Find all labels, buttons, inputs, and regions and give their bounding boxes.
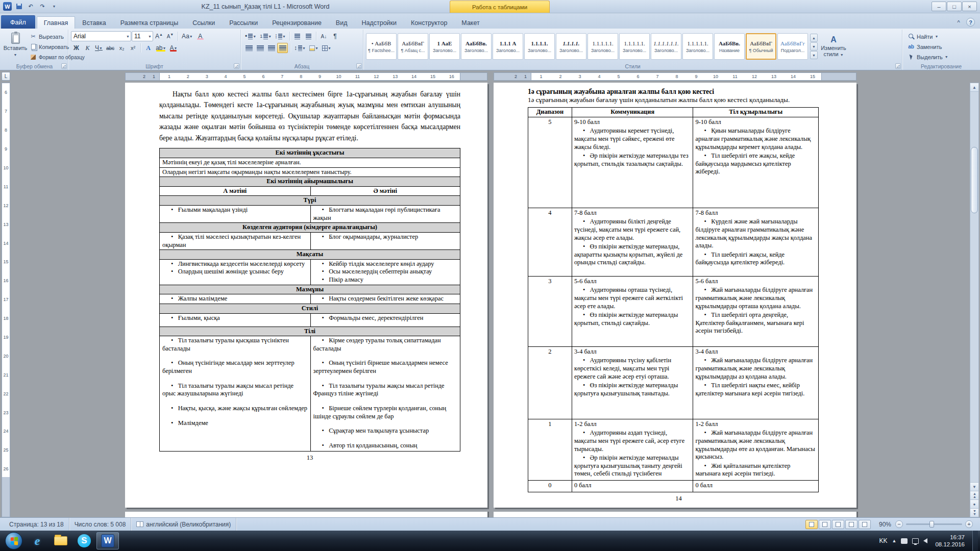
save-button[interactable] bbox=[14, 2, 23, 11]
show-marks-button[interactable]: ¶ bbox=[330, 31, 340, 41]
change-styles-button[interactable]: А Изменить стили ▼ bbox=[818, 35, 849, 58]
tab-addins[interactable]: Надстройки bbox=[354, 16, 404, 29]
superscript-button[interactable]: x² bbox=[128, 43, 138, 53]
vertical-scrollbar[interactable]: ▲ ▼ ▲▲ ● ▼▼ bbox=[970, 83, 979, 517]
tab-mailings[interactable]: Рассылки bbox=[222, 16, 265, 29]
font-family-combo[interactable]: Arial▼ bbox=[71, 31, 131, 41]
maximize-button[interactable]: □ bbox=[947, 2, 962, 11]
minimize-ribbon-icon[interactable]: ^ bbox=[954, 18, 963, 27]
zoom-level[interactable]: 90% bbox=[875, 521, 895, 528]
styles-dialog-launcher[interactable]: ◿ bbox=[895, 63, 901, 69]
scrollbar-thumb[interactable] bbox=[971, 147, 978, 213]
style-item[interactable]: • АаБбВ¶ Factshee... bbox=[366, 33, 397, 60]
tab-insert[interactable]: Вставка bbox=[75, 16, 113, 29]
zoom-track[interactable] bbox=[906, 523, 962, 525]
outline-view-button[interactable] bbox=[845, 520, 857, 529]
tab-selector-button[interactable]: L bbox=[2, 72, 10, 81]
taskbar-word-active[interactable]: W bbox=[96, 532, 119, 549]
tab-home[interactable]: Главная bbox=[37, 16, 76, 29]
highlight-color-button[interactable]: ab▼ bbox=[154, 43, 167, 53]
align-left-button[interactable] bbox=[243, 43, 254, 53]
strikethrough-button[interactable]: abc bbox=[105, 43, 116, 53]
tab-view[interactable]: Вид bbox=[329, 16, 355, 29]
multilevel-list-button[interactable]: ⁝▼ bbox=[274, 31, 287, 41]
word-count[interactable]: Число слов: 5 008 bbox=[69, 518, 132, 531]
print-layout-view-button[interactable] bbox=[805, 520, 818, 529]
change-case-button[interactable]: Аа▼ bbox=[180, 31, 194, 41]
zoom-out-button[interactable]: − bbox=[895, 520, 903, 528]
shading-button[interactable]: ▼ bbox=[308, 43, 320, 53]
paragraph-dialog-launcher[interactable]: ◿ bbox=[356, 63, 362, 69]
proofing-status[interactable]: английский (Великобритания) bbox=[131, 518, 236, 531]
taskbar-skype[interactable]: S bbox=[73, 532, 95, 549]
tab-page-layout[interactable]: Разметка страницы bbox=[113, 16, 185, 29]
network-tray-icon[interactable] bbox=[912, 538, 919, 544]
volume-tray-icon[interactable] bbox=[923, 538, 927, 543]
clipboard-dialog-launcher[interactable]: ◿ bbox=[61, 63, 67, 69]
select-browse-object-button[interactable]: ● bbox=[970, 499, 978, 508]
tab-table-layout[interactable]: Макет bbox=[454, 16, 486, 29]
help-icon[interactable]: ? bbox=[966, 18, 975, 27]
decrease-indent-button[interactable] bbox=[292, 31, 303, 41]
page-indicator[interactable]: Страница: 13 из 18 bbox=[4, 518, 69, 531]
scroll-down-arrow[interactable]: ▼ bbox=[970, 482, 978, 491]
align-center-button[interactable] bbox=[255, 43, 265, 53]
document-page-14[interactable]: 1ә сұрағының жауабына арналған жалпы бал… bbox=[494, 83, 856, 508]
style-item[interactable]: 1.1.1.1.1.Заголово... bbox=[682, 33, 713, 60]
font-size-combo[interactable]: 11▼ bbox=[132, 31, 153, 41]
sort-button[interactable]: А↓ bbox=[318, 31, 329, 41]
zoom-in-button[interactable]: + bbox=[965, 520, 973, 528]
taskbar-internet-explorer[interactable]: e bbox=[26, 532, 48, 549]
font-color-button[interactable]: А▼ bbox=[168, 43, 179, 53]
align-justify-button[interactable] bbox=[277, 43, 288, 53]
numbering-button[interactable]: 1▼ bbox=[258, 31, 273, 41]
bold-button[interactable]: Ж bbox=[71, 43, 82, 53]
style-item[interactable]: АаБбВвГгПодзагол... bbox=[777, 33, 808, 60]
tab-review[interactable]: Рецензирование bbox=[265, 16, 329, 29]
borders-button[interactable]: ▼ bbox=[321, 43, 333, 53]
document-page-13[interactable]: Нақты балл қою кестесі жалпы балл кестес… bbox=[125, 83, 487, 508]
minimize-button[interactable]: – bbox=[932, 2, 946, 11]
horizontal-ruler[interactable]: L 21 12345678910111213141516 21 12345678… bbox=[0, 70, 980, 83]
tab-references[interactable]: Ссылки bbox=[185, 16, 222, 29]
shrink-font-button[interactable]: А▼ bbox=[165, 31, 176, 41]
redo-button[interactable]: ↷ bbox=[38, 2, 47, 11]
paste-button[interactable]: Вставить▼ bbox=[4, 31, 27, 62]
style-item-selected[interactable]: АаБбВвГ¶ Обычный bbox=[746, 33, 776, 60]
increase-indent-button[interactable] bbox=[303, 31, 314, 41]
styles-scroll-down[interactable]: ▼ bbox=[810, 42, 818, 51]
styles-more-button[interactable]: ▼ bbox=[810, 51, 818, 59]
styles-scroll-up[interactable]: ▲ bbox=[810, 34, 818, 42]
fullscreen-view-button[interactable] bbox=[819, 520, 831, 529]
zoom-knob[interactable] bbox=[929, 521, 934, 528]
show-desktop-button[interactable] bbox=[972, 531, 978, 551]
replace-button[interactable]: abЗаменить bbox=[905, 42, 977, 52]
clear-formatting-button[interactable]: А bbox=[195, 31, 206, 41]
qat-customize-dropdown[interactable]: ▼ bbox=[50, 2, 59, 11]
style-item[interactable]: АаБбВв.Заголово... bbox=[461, 33, 492, 60]
word-app-icon[interactable]: W bbox=[3, 2, 12, 11]
tab-file[interactable]: Файл bbox=[1, 15, 35, 29]
vertical-ruler[interactable]: 67891011121314151617181920212223242526 bbox=[2, 83, 10, 517]
power-tray-icon[interactable] bbox=[901, 538, 908, 544]
undo-button[interactable]: ↶ bbox=[26, 2, 35, 11]
show-hidden-icons-arrow[interactable]: ▲ bbox=[892, 538, 897, 543]
find-button[interactable]: Найти▼ bbox=[905, 32, 977, 41]
close-button[interactable]: × bbox=[962, 2, 977, 11]
select-button[interactable]: Выделить▼ bbox=[905, 52, 977, 62]
web-layout-view-button[interactable] bbox=[832, 520, 844, 529]
align-right-button[interactable] bbox=[266, 43, 277, 53]
taskbar-clock[interactable]: 16:37 08.12.2016 bbox=[932, 534, 968, 548]
underline-button[interactable]: Ч▼ bbox=[93, 43, 104, 53]
scroll-up-arrow[interactable]: ▲ bbox=[970, 83, 978, 92]
style-item[interactable]: 1.1.1.1.Заголово... bbox=[556, 33, 586, 60]
tab-table-design[interactable]: Конструктор bbox=[404, 16, 454, 29]
grow-font-button[interactable]: А▲ bbox=[154, 31, 164, 41]
keyboard-language-indicator[interactable]: KK bbox=[879, 537, 888, 544]
font-dialog-launcher[interactable]: ◿ bbox=[234, 63, 239, 69]
style-item[interactable]: АаБбВв.Название bbox=[714, 33, 745, 60]
style-item[interactable]: 1.1.1.1.1.Заголово... bbox=[587, 33, 618, 60]
taskbar-file-explorer[interactable] bbox=[50, 532, 72, 549]
italic-button[interactable]: К bbox=[82, 43, 93, 53]
style-item[interactable]: 1.1.1 АЗаголово... bbox=[493, 33, 523, 60]
